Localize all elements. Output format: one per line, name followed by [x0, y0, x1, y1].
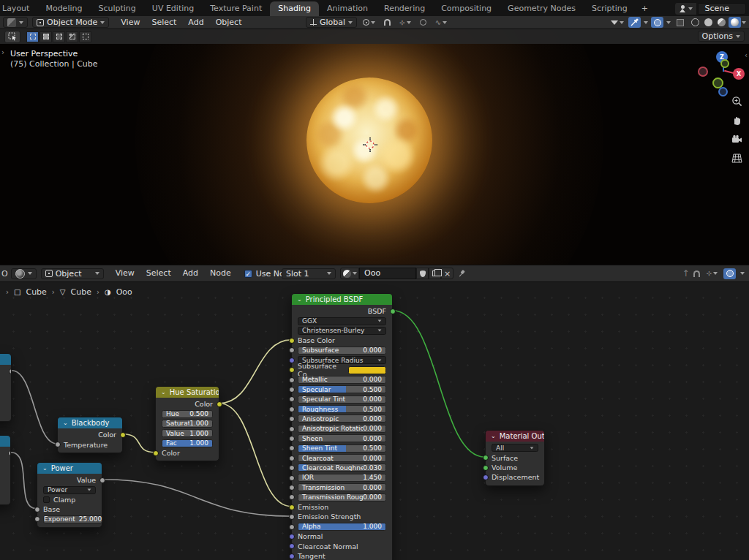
snap-settings-dropdown[interactable]: ⊹: [398, 17, 413, 28]
node-header[interactable]: ⌄Blackbody: [58, 417, 122, 428]
scene-icon-button[interactable]: [675, 3, 696, 15]
pin-icon[interactable]: [456, 268, 467, 279]
collapse-chevron-icon[interactable]: ⌄: [161, 390, 166, 396]
input-socket-vector[interactable]: [289, 553, 295, 559]
node-power[interactable]: ⌄PowerValue Power ClampBase Exponent25.0…: [37, 462, 102, 528]
fake-user-button[interactable]: [416, 268, 429, 279]
tab-layout[interactable]: Layout: [0, 1, 37, 16]
editor-type-button[interactable]: [3, 17, 28, 28]
select-mode-new[interactable]: [26, 31, 39, 42]
node-header[interactable]: ⌄Power: [37, 463, 102, 474]
region-toggle-arrow[interactable]: ›: [1, 48, 4, 56]
collapse-chevron-icon[interactable]: ⌄: [491, 434, 496, 439]
chevron-down-icon[interactable]: [666, 21, 671, 24]
input-socket-gray[interactable]: [289, 524, 295, 530]
tab-texture-paint[interactable]: Texture Paint: [202, 1, 270, 16]
input-socket-gray[interactable]: [289, 396, 295, 402]
tab-scripting[interactable]: Scripting: [584, 1, 636, 16]
input-socket-gray[interactable]: [289, 347, 295, 353]
value-slider[interactable]: Clearcoat 0.000: [298, 454, 386, 462]
node-partial-left-1[interactable]: ⌄: [0, 353, 12, 422]
output-socket-gray[interactable]: [99, 477, 105, 483]
input-socket-gray[interactable]: [289, 387, 295, 393]
output-socket-gray[interactable]: [9, 368, 12, 374]
proportional-editing-toggle[interactable]: [417, 17, 429, 28]
xray-toggle[interactable]: [674, 17, 686, 28]
node-blackbody[interactable]: ⌄BlackbodyColorTemperature: [57, 417, 123, 453]
value-slider[interactable]: Hue 0.500: [162, 410, 213, 418]
input-socket-vector[interactable]: [289, 534, 295, 540]
value-slider[interactable]: Value 1.000: [162, 429, 213, 437]
falloff-dropdown[interactable]: ∿: [434, 17, 448, 28]
input-socket-color[interactable]: [289, 338, 295, 344]
gizmo-x-ball[interactable]: X: [733, 68, 745, 80]
value-slider[interactable]: Roughness 0.500: [298, 405, 386, 413]
shading-solid-button[interactable]: [702, 17, 715, 28]
value-slider[interactable]: Transmission Roughness 0.000: [298, 493, 386, 502]
mode-dropdown[interactable]: Object Mode: [32, 17, 109, 28]
toggle-ortho-button[interactable]: [729, 151, 744, 165]
node-header[interactable]: ⌄Material Output: [486, 431, 544, 442]
chevron-down-icon[interactable]: [742, 21, 746, 24]
gizmo-z-neg-ball[interactable]: [718, 87, 728, 97]
zoom-button[interactable]: [729, 94, 744, 108]
input-socket-color[interactable]: [289, 504, 295, 510]
material-name-field[interactable]: Ooo: [359, 268, 416, 279]
output-socket-gray[interactable]: [8, 450, 12, 456]
output-socket-color[interactable]: [120, 432, 126, 438]
tab-rendering[interactable]: Rendering: [376, 1, 433, 16]
node-header[interactable]: ⌄Hue Saturation Value: [156, 387, 219, 398]
input-socket-shader[interactable]: [483, 455, 489, 461]
input-socket-gray[interactable]: [289, 377, 295, 383]
parent-tree-arrow-icon[interactable]: ↑: [682, 268, 689, 279]
node-material-output[interactable]: ⌄Material Output All SurfaceVolumeDispla…: [485, 430, 545, 486]
tab-uv-editing[interactable]: UV Editing: [144, 1, 202, 16]
value-slider[interactable]: IOR 1.450: [298, 474, 386, 482]
value-slider[interactable]: Sheen 0.000: [298, 434, 386, 442]
input-socket-shader[interactable]: [483, 465, 489, 471]
value-slider[interactable]: Metallic 0.000: [298, 376, 386, 384]
menu-node[interactable]: Node: [204, 267, 237, 280]
input-socket-gray[interactable]: [289, 406, 295, 412]
value-slider[interactable]: Specular Tint 0.000: [298, 396, 386, 404]
node-canvas[interactable]: ›□Cube›▽Cube›◑Ooo ⌄⌄⌄BlackbodyColorTempe…: [0, 282, 749, 560]
value-slider[interactable]: Subsurface 0.000: [298, 347, 386, 355]
input-socket-vector[interactable]: [289, 543, 295, 549]
tab-compositing[interactable]: Compositing: [433, 1, 500, 16]
material-browse-button[interactable]: [340, 268, 359, 279]
dropdown[interactable]: Christensen-Burley: [298, 327, 386, 335]
snap-toggle[interactable]: [381, 17, 394, 28]
unlink-material-button[interactable]: ×: [441, 268, 453, 279]
select-box-tool-button[interactable]: [4, 31, 20, 43]
input-socket-gray[interactable]: [289, 514, 295, 520]
overlays-toggle[interactable]: [723, 268, 736, 279]
tab-sculpting[interactable]: Sculpting: [90, 1, 143, 16]
collapse-chevron-icon[interactable]: ⌄: [42, 466, 48, 472]
scene-selector[interactable]: Scene: [675, 2, 746, 15]
node-header[interactable]: ⌄Principled BSDF: [292, 294, 392, 305]
dropdown[interactable]: All: [492, 444, 538, 452]
tab-animation[interactable]: Animation: [319, 1, 376, 16]
input-socket-gray[interactable]: [55, 442, 61, 447]
menu-view[interactable]: View: [115, 16, 146, 29]
value-slider[interactable]: Sheen Tint 0.500: [298, 444, 386, 453]
menu-object[interactable]: Object: [210, 16, 248, 29]
number-field[interactable]: Exponent25.000: [43, 515, 102, 523]
menu-select[interactable]: Select: [140, 267, 177, 280]
slot-dropdown[interactable]: Slot 1: [282, 268, 336, 279]
input-socket-gray[interactable]: [34, 516, 40, 522]
collapse-chevron-icon[interactable]: ⌄: [297, 297, 302, 303]
node-header[interactable]: ⌄: [0, 436, 10, 447]
tab-modeling[interactable]: Modeling: [37, 1, 90, 16]
pan-button[interactable]: [729, 113, 744, 127]
value-slider[interactable]: Fac 1.000: [162, 439, 213, 447]
shading-rendered-button[interactable]: [729, 17, 741, 28]
sidebar-toggle-arrow[interactable]: ‹: [745, 51, 748, 59]
node-principled-bsdf[interactable]: ⌄Principled BSDFBSDF GGX Christensen-Bur…: [291, 293, 393, 560]
input-socket-gray[interactable]: [289, 416, 295, 422]
breadcrumb-item[interactable]: Ooo: [116, 287, 132, 297]
dropdown[interactable]: GGX: [298, 317, 386, 325]
shading-wireframe-button[interactable]: [689, 17, 701, 28]
value-slider[interactable]: Alpha 1.000: [298, 523, 386, 531]
shader-type-dropdown[interactable]: Object: [41, 268, 104, 279]
